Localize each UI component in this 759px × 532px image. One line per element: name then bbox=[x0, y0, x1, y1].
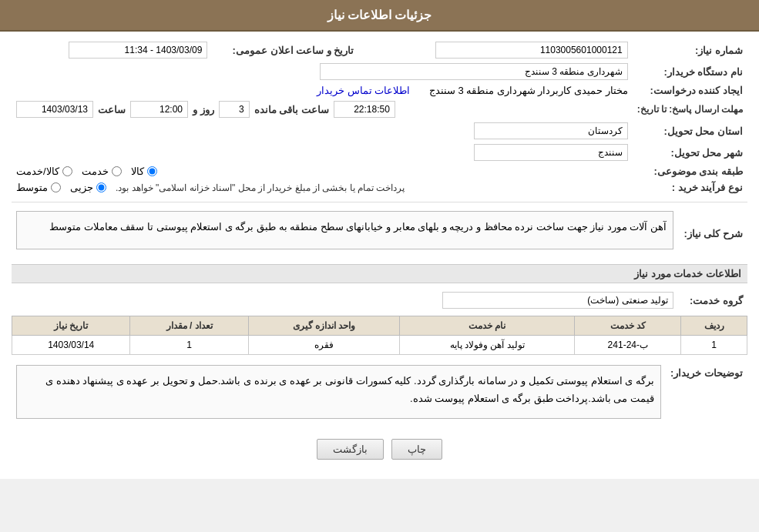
buyer-org-input[interactable] bbox=[320, 63, 628, 80]
reply-time-label: ساعت bbox=[98, 104, 126, 115]
purchase-type-mutavassit[interactable]: متوسط bbox=[16, 182, 61, 193]
announcement-date-input[interactable] bbox=[69, 42, 207, 59]
buyer-notes-label: توضیحات خریدار: bbox=[666, 363, 747, 427]
reply-remaining-input[interactable] bbox=[334, 101, 395, 118]
purchase-type-cell: متوسط جزیی پرداخت تمام یا بخشی از مبلغ خ… bbox=[12, 179, 633, 196]
city-label: شهر محل تحویل: bbox=[633, 142, 747, 163]
col-date: تاریخ نیاز bbox=[12, 316, 130, 336]
col-row: ردیف bbox=[681, 316, 747, 336]
province-input[interactable] bbox=[474, 122, 628, 139]
reply-remaining-label: ساعت باقی مانده bbox=[254, 104, 329, 115]
province-label: استان محل تحویل: bbox=[633, 120, 747, 142]
reply-day-label: روز و bbox=[193, 104, 214, 115]
page-title: جزئیات اطلاعات نیاز bbox=[327, 8, 432, 22]
order-number-label: شماره نیاز: bbox=[633, 39, 747, 61]
purchase-type-jozyi[interactable]: جزیی bbox=[70, 182, 106, 193]
order-number-cell bbox=[358, 39, 632, 61]
service-group-label: گروه خدمت: bbox=[678, 289, 747, 311]
services-table: ردیف کد خدمت نام خدمت واحد اندازه گیری ت… bbox=[12, 316, 747, 355]
reply-deadline-label: مهلت ارسال پاسخ: تا تاریخ: bbox=[633, 99, 747, 120]
reply-deadline-cell: ساعت روز و ساعت باقی مانده bbox=[12, 99, 633, 120]
services-section-title: اطلاعات خدمات مورد نیاز bbox=[12, 264, 747, 283]
table-row: 1ب-24-241تولید آهن وفولاد پایهفقره11403/… bbox=[12, 336, 747, 355]
reply-days-input[interactable] bbox=[219, 101, 250, 118]
buyer-notes-cell: برگه ی استعلام پیوستی تکمیل و در سامانه … bbox=[12, 363, 666, 427]
province-cell bbox=[12, 120, 633, 142]
reply-time-input[interactable] bbox=[130, 101, 188, 118]
purchase-type-label: نوع فرآیند خرید : bbox=[633, 179, 747, 196]
service-group-cell bbox=[12, 289, 678, 311]
description-table: شرح کلی نیاز: آهن آلات مورد نیاز جهت ساخ… bbox=[12, 209, 747, 258]
back-button[interactable]: بازگشت bbox=[317, 439, 384, 460]
col-code: کد خدمت bbox=[575, 316, 681, 336]
order-number-input[interactable] bbox=[435, 42, 628, 59]
buyer-org-cell bbox=[12, 61, 633, 82]
city-input[interactable] bbox=[474, 144, 628, 161]
order-info-table: شماره نیاز: تاریخ و ساعت اعلان عمومی: نا… bbox=[12, 39, 747, 196]
category-option-khedmat[interactable]: خدمت bbox=[82, 166, 122, 177]
requester-cell: مختار حمیدی کاربردار شهرداری منطقه 3 سنن… bbox=[12, 82, 633, 99]
category-option-kala-khedmat[interactable]: کالا/خدمت bbox=[16, 166, 72, 177]
buyer-org-label: نام دستگاه خریدار: bbox=[633, 61, 747, 82]
announcement-date-label: تاریخ و ساعت اعلان عمومی: bbox=[212, 39, 358, 61]
action-buttons: چاپ بازگشت bbox=[12, 439, 747, 471]
buyer-notes-box: برگه ی استعلام پیوستی تکمیل و در سامانه … bbox=[16, 365, 661, 419]
description-cell: آهن آلات مورد نیاز جهت ساخت نرده محافظ و… bbox=[12, 209, 678, 258]
description-box: آهن آلات مورد نیاز جهت ساخت نرده محافظ و… bbox=[16, 211, 673, 249]
reply-date-input[interactable] bbox=[16, 101, 93, 118]
requester-contact-link[interactable]: اطلاعات تماس خریدار bbox=[317, 85, 410, 96]
col-name: نام خدمت bbox=[400, 316, 575, 336]
print-button[interactable]: چاپ bbox=[391, 439, 442, 460]
description-section-label: شرح کلی نیاز: bbox=[678, 209, 747, 258]
col-unit: واحد اندازه گیری bbox=[248, 316, 399, 336]
category-cell: کالا/خدمت خدمت کالا bbox=[12, 163, 633, 179]
city-cell bbox=[12, 142, 633, 163]
purchase-type-note: پرداخت تمام یا بخشی از مبلغ خریدار از مح… bbox=[116, 182, 405, 193]
category-label: طبقه بندی موضوعی: bbox=[633, 163, 747, 179]
category-option-kala[interactable]: کالا bbox=[131, 166, 157, 177]
requester-value: مختار حمیدی کاربردار شهرداری منطقه 3 سنن… bbox=[429, 85, 628, 96]
service-group-table: گروه خدمت: bbox=[12, 289, 747, 311]
col-qty: تعداد / مقدار bbox=[130, 316, 248, 336]
buyer-notes-table: توضیحات خریدار: برگه ی استعلام پیوستی تک… bbox=[12, 363, 747, 427]
announcement-date-cell bbox=[12, 39, 212, 61]
requester-label: ایجاد کننده درخواست: bbox=[633, 82, 747, 99]
page-header: جزئیات اطلاعات نیاز bbox=[0, 0, 759, 32]
service-group-input[interactable] bbox=[442, 292, 673, 309]
